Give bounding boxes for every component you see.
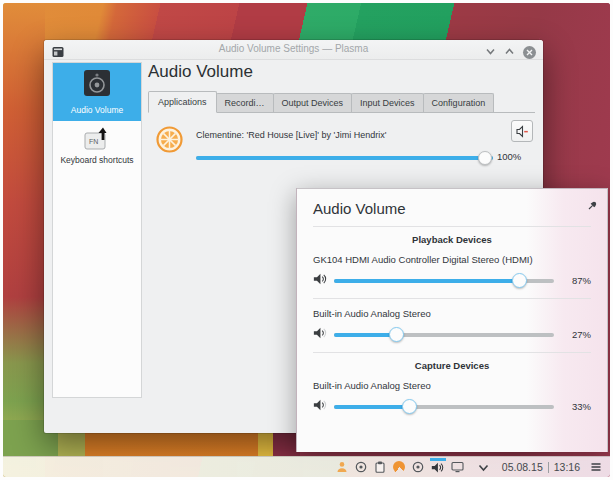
wallpaper-left-band [3, 3, 45, 477]
slider-handle[interactable] [512, 273, 527, 288]
display-icon[interactable] [450, 457, 466, 477]
popup-title: Audio Volume [313, 200, 591, 217]
speaker-mute-icon[interactable] [511, 120, 533, 142]
clementine-orange-icon [156, 126, 183, 157]
clock-separator [548, 462, 549, 473]
volume-value: 87% [561, 275, 591, 286]
sidebar-item-keyboard-shortcuts[interactable]: FN Keyboard shortcuts [53, 121, 141, 171]
device-volume-slider[interactable] [334, 400, 554, 414]
application-stream-title: Clementine: 'Red House [Live]' by 'Jimi … [196, 130, 386, 140]
taskbar: 05.08.15 13:16 [3, 456, 610, 477]
volume-value: 27% [561, 329, 591, 340]
speaker-low-icon [313, 326, 327, 344]
speaker-box-icon [82, 68, 112, 102]
clock-time: 13:16 [554, 461, 580, 473]
maximize-chevron-icon[interactable] [504, 43, 515, 61]
application-volume-slider[interactable] [196, 151, 493, 165]
disc-icon[interactable] [411, 457, 426, 477]
sidebar: Audio Volume FN Keyboard shortcuts [52, 62, 142, 398]
desktop: Audio Volume Settings — Plasma Audio Vol… [3, 3, 610, 477]
slider-handle[interactable] [402, 399, 417, 414]
tab-recording[interactable]: Recordi… [216, 93, 274, 112]
active-indicator [430, 458, 446, 461]
device-volume-row: 33% [313, 398, 591, 415]
slider-handle[interactable] [389, 327, 404, 342]
sidebar-item-label: Audio Volume [71, 105, 123, 115]
sidebar-item-audio-volume[interactable]: Audio Volume [53, 63, 141, 121]
titlebar[interactable]: Audio Volume Settings — Plasma [44, 40, 543, 60]
section-header-capture: Capture Devices [313, 360, 591, 371]
record-circle-icon[interactable] [354, 457, 369, 477]
hamburger-menu-icon[interactable] [588, 457, 603, 477]
user-status-icon[interactable] [335, 457, 350, 477]
section-header-playback: Playback Devices [313, 234, 591, 245]
tab-applications[interactable]: Applications [148, 91, 217, 113]
clock-date: 05.08.15 [502, 461, 543, 473]
volume-value: 33% [561, 401, 591, 412]
speaker-loud-icon [313, 272, 327, 290]
device-name: GK104 HDMI Audio Controller Digital Ster… [313, 254, 591, 265]
clementine-tray-icon[interactable] [392, 457, 407, 477]
divider [313, 352, 591, 353]
page-title: Audio Volume [148, 62, 253, 82]
window-title: Audio Volume Settings — Plasma [44, 43, 543, 54]
device-name: Built-in Audio Analog Stereo [313, 380, 591, 391]
tab-input-devices[interactable]: Input Devices [351, 93, 424, 112]
svg-text:FN: FN [89, 138, 98, 145]
sidebar-item-label: Keyboard shortcuts [60, 155, 133, 165]
slider-handle[interactable] [478, 151, 492, 165]
close-circle-icon[interactable] [523, 46, 536, 59]
pin-icon[interactable] [587, 197, 598, 215]
clipboard-icon[interactable] [373, 457, 388, 477]
fn-key-arrow-icon: FN [84, 126, 110, 152]
audio-volume-tray-icon[interactable] [430, 457, 446, 477]
expand-chevron-icon[interactable] [476, 457, 492, 477]
device-volume-row: 27% [313, 326, 591, 343]
device-name: Built-in Audio Analog Stereo [313, 308, 591, 319]
minimize-chevron-icon[interactable] [485, 43, 496, 61]
device-volume-slider[interactable] [334, 328, 554, 342]
device-volume-row: 87% [313, 272, 591, 289]
tab-bar: Applications Recordi… Output Devices Inp… [148, 92, 535, 113]
digital-clock[interactable]: 05.08.15 13:16 [502, 461, 580, 473]
tab-output-devices[interactable]: Output Devices [273, 93, 353, 112]
device-volume-slider[interactable] [334, 274, 554, 288]
audio-volume-popup: Audio Volume Playback Devices GK104 HDMI… [296, 188, 608, 452]
volume-value: 100% [497, 151, 533, 162]
tab-configuration[interactable]: Configuration [423, 93, 495, 112]
application-volume-row: Clementine: 'Red House [Live]' by 'Jimi … [148, 120, 535, 164]
divider [313, 298, 591, 299]
divider [313, 226, 591, 227]
speaker-low-icon [313, 398, 327, 416]
